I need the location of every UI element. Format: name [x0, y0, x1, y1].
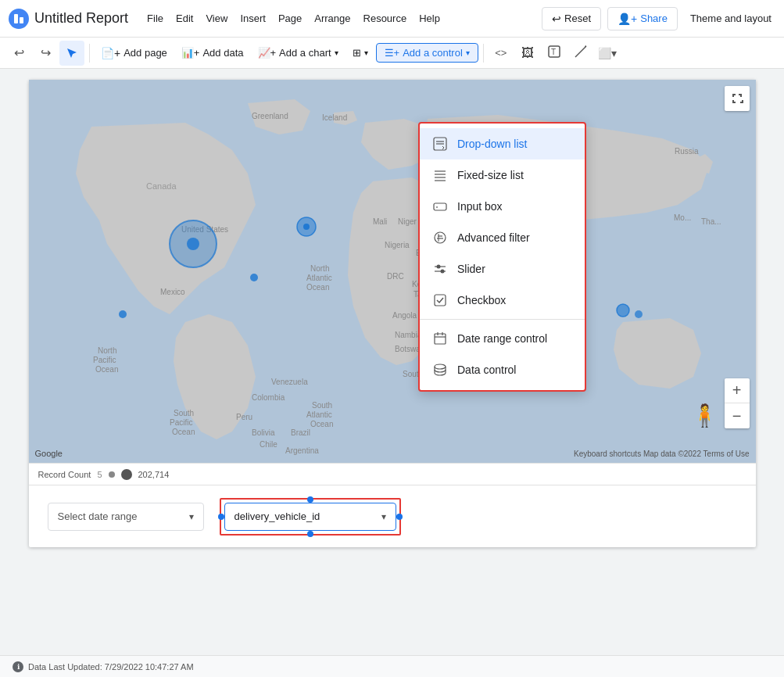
reset-button[interactable]: ↩ Reset — [542, 7, 601, 30]
record-count-label: Record Count — [38, 470, 91, 479]
canvas-wrapper: Canada United States Mexico North Pacifi… — [0, 69, 784, 655]
controls-row: Select date range ▾ delivery_vehicle_id … — [29, 485, 756, 547]
fixed-size-list-label: Fixed-size list — [457, 169, 524, 181]
map-zoom-in-button[interactable]: + — [725, 378, 750, 403]
svg-text:Venezuela: Venezuela — [271, 378, 308, 386]
map-area: Canada United States Mexico North Pacifi… — [29, 80, 756, 463]
map-pegman-icon[interactable]: 🧍 — [691, 403, 718, 428]
svg-text:Atlantic: Atlantic — [306, 274, 332, 282]
menu-item-checkbox[interactable]: Checkbox — [420, 285, 585, 316]
add-data-label: Add data — [202, 47, 243, 59]
legend-dot-small — [109, 471, 115, 478]
menu-edit[interactable]: Edit — [170, 9, 199, 27]
svg-text:North: North — [310, 264, 329, 273]
handle-top-left[interactable] — [307, 496, 313, 503]
menu-item-advanced-filter[interactable]: Advanced filter — [420, 222, 585, 253]
map-zoom-controls: + − — [725, 378, 750, 428]
add-chart-label: Add a chart — [279, 47, 331, 59]
handle-right[interactable] — [396, 514, 403, 520]
svg-point-75 — [437, 265, 441, 269]
menu-page[interactable]: Page — [272, 9, 308, 27]
svg-text:Brazil: Brazil — [291, 428, 310, 437]
add-page-button[interactable]: 📄+ Add page — [95, 44, 174, 63]
svg-text:Canada: Canada — [146, 181, 177, 191]
svg-rect-67 — [434, 203, 446, 210]
svg-point-76 — [441, 270, 445, 274]
add-control-dropdown-menu: Drop-down list Fixed-size list Input box… — [418, 122, 586, 392]
menu-item-dropdown-list[interactable]: Drop-down list — [420, 128, 585, 159]
checkbox-label: Checkbox — [457, 294, 506, 306]
code-button[interactable]: <> — [489, 41, 514, 66]
menu-view[interactable]: View — [199, 9, 234, 27]
advanced-filter-icon — [432, 230, 448, 245]
svg-point-53 — [187, 238, 199, 250]
svg-point-82 — [435, 364, 446, 369]
add-page-label: Add page — [124, 47, 167, 59]
toolbar: ↩ ↪ 📄+ Add page 📊+ Add data 📈+ Add a cha… — [0, 38, 784, 69]
line-button[interactable] — [568, 41, 593, 66]
add-control-button[interactable]: ☰+ Add a control ▾ — [376, 43, 478, 63]
menu-insert[interactable]: Insert — [234, 9, 272, 27]
svg-text:Colombia: Colombia — [252, 393, 285, 402]
info-icon: ℹ — [13, 661, 23, 672]
svg-text:Bolivia: Bolivia — [252, 428, 275, 437]
svg-text:Tha...: Tha... — [701, 217, 721, 226]
share-button[interactable]: 👤+ Share — [607, 7, 678, 30]
google-text: Google — [35, 449, 63, 458]
dropdown-field[interactable]: delivery_vehicle_id ▾ — [224, 503, 396, 531]
add-chart-button[interactable]: 📈+ Add a chart ▾ — [252, 44, 345, 62]
handle-left[interactable] — [218, 514, 224, 520]
date-range-control[interactable]: Select date range ▾ — [48, 503, 204, 531]
redo-button[interactable]: ↪ — [33, 41, 58, 66]
app-title: Untitled Report — [34, 10, 128, 27]
main-content: Canada United States Mexico North Pacifi… — [0, 69, 784, 677]
svg-text:Mali: Mali — [373, 217, 387, 226]
menu-item-date-range[interactable]: Date range control — [420, 323, 585, 354]
svg-text:Ocean: Ocean — [95, 365, 118, 374]
add-control-label: Add a control — [403, 47, 463, 59]
undo-button[interactable]: ↩ — [6, 41, 31, 66]
svg-text:Peru: Peru — [236, 413, 252, 421]
toolbar-separator-2 — [483, 44, 484, 63]
slider-label: Slider — [457, 263, 485, 275]
svg-point-0 — [9, 9, 29, 29]
menu-item-input-box[interactable]: Input box — [420, 191, 585, 222]
menu-resource[interactable]: Resource — [357, 9, 413, 27]
handle-bottom-left[interactable] — [307, 531, 313, 537]
menu-item-slider[interactable]: Slider — [420, 253, 585, 285]
input-box-icon — [432, 199, 448, 214]
checkbox-icon — [432, 292, 448, 308]
textbox-button[interactable]: T — [542, 41, 567, 66]
data-control-label: Data control — [457, 364, 516, 376]
add-data-button[interactable]: 📊+ Add data — [175, 44, 250, 62]
map-zoom-out-button[interactable]: − — [725, 403, 750, 428]
shape-button[interactable]: ⬜▾ — [595, 41, 620, 66]
report-page: Canada United States Mexico North Pacifi… — [29, 80, 756, 547]
menu-help[interactable]: Help — [413, 9, 446, 27]
add-control-chevron-icon: ▾ — [466, 48, 470, 57]
menu-item-data-control[interactable]: Data control — [420, 354, 585, 385]
image-button[interactable]: 🖼 — [515, 41, 540, 66]
menu-item-fixed-size-list[interactable]: Fixed-size list — [420, 159, 585, 191]
app-icon — [6, 6, 31, 31]
svg-text:Angola: Angola — [392, 311, 417, 320]
svg-text:Chile: Chile — [260, 440, 277, 449]
svg-text:Niger: Niger — [398, 217, 417, 226]
map-expand-button[interactable] — [725, 86, 750, 111]
top-right-actions: ↩ Reset 👤+ Share Theme and layout — [542, 7, 778, 30]
menu-file[interactable]: File — [141, 9, 170, 27]
svg-point-59 — [635, 310, 643, 318]
dropdown-field-chevron-icon: ▾ — [381, 511, 386, 522]
svg-text:Russia: Russia — [675, 147, 699, 156]
svg-text:South: South — [174, 409, 194, 417]
date-range-chevron-icon: ▾ — [189, 511, 194, 522]
svg-text:Greenland: Greenland — [252, 112, 288, 120]
theme-layout-label[interactable]: Theme and layout — [684, 9, 778, 27]
add-component-button[interactable]: ⊞ ▾ — [346, 44, 374, 62]
select-tool-button[interactable] — [59, 41, 84, 66]
svg-text:DRC: DRC — [387, 272, 404, 281]
menu-divider — [420, 319, 585, 320]
menu-arrange[interactable]: Arrange — [308, 9, 356, 27]
svg-rect-1 — [14, 14, 18, 23]
svg-point-57 — [119, 310, 127, 318]
